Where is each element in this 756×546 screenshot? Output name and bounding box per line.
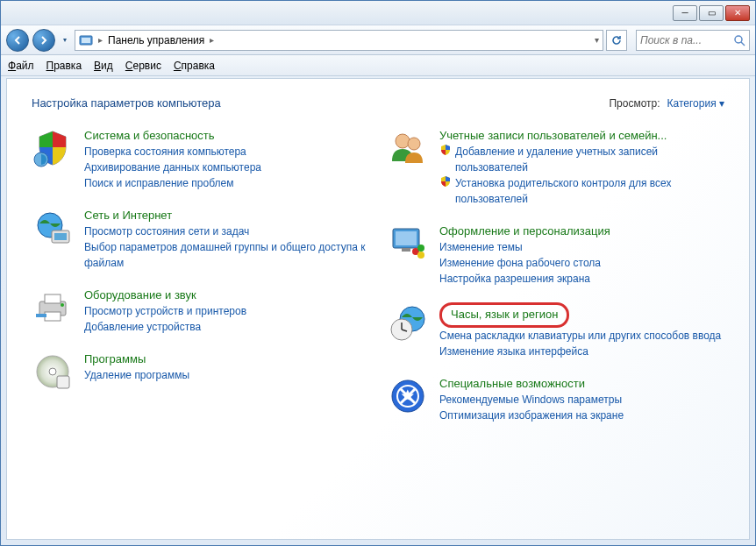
globe-network-icon xyxy=(32,207,74,249)
view-dropdown[interactable]: Категория ▾ xyxy=(667,97,724,110)
printer-icon xyxy=(32,287,74,329)
svg-point-23 xyxy=(417,252,424,259)
svg-rect-12 xyxy=(36,314,46,317)
category-link[interactable]: Смена раскладки клавиатуры или других сп… xyxy=(439,328,724,344)
shield-icon xyxy=(32,127,74,169)
view-label: Просмотр: xyxy=(609,97,660,110)
category-link[interactable]: Архивирование данных компьютера xyxy=(84,160,369,175)
arrow-right-icon xyxy=(39,35,49,46)
breadcrumb-arrow-icon: ▸ xyxy=(210,35,214,45)
category-appearance: Оформление и персонализация Изменение те… xyxy=(387,223,724,287)
category-link[interactable]: Добавление и удаление учетных записей по… xyxy=(439,144,724,175)
address-bar[interactable]: ▸ Панель управления ▸ ▾ xyxy=(75,30,603,51)
view-selector: Просмотр: Категория ▾ xyxy=(609,97,724,110)
menu-file[interactable]: Файл xyxy=(8,60,34,72)
category-link[interactable]: Изменение фона рабочего стола xyxy=(439,255,724,271)
uac-shield-icon xyxy=(439,144,452,156)
svg-rect-1 xyxy=(82,38,90,43)
maximize-button[interactable]: ▭ xyxy=(699,5,724,21)
history-dropdown[interactable]: ▾ xyxy=(59,29,71,52)
category-link[interactable]: Настройка разрешения экрана xyxy=(439,271,724,287)
address-dropdown-icon[interactable]: ▾ xyxy=(595,35,599,45)
category-system-security: Система и безопасность Проверка состояни… xyxy=(32,127,369,191)
svg-rect-15 xyxy=(57,376,69,388)
search-input[interactable] xyxy=(640,34,730,46)
uac-shield-icon xyxy=(439,175,452,188)
menu-view[interactable]: Вид xyxy=(94,60,113,72)
close-button[interactable]: ✕ xyxy=(725,5,750,21)
category-network: Сеть и Интернет Просмотр состояния сети … xyxy=(32,207,369,271)
control-panel-icon xyxy=(79,33,93,47)
category-link[interactable]: Рекомендуемые Windows параметры xyxy=(439,392,724,408)
category-title[interactable]: Программы xyxy=(84,352,146,365)
category-title[interactable]: Часы, язык и регион xyxy=(451,308,558,321)
disc-icon xyxy=(32,351,74,393)
category-link[interactable]: Установка родительского контроля для все… xyxy=(439,175,724,207)
column-right: Учетные записи пользователей и семейн...… xyxy=(387,127,724,423)
menu-edit[interactable]: Правка xyxy=(46,60,82,72)
breadcrumb-arrow-icon: ▸ xyxy=(98,35,103,45)
category-title[interactable]: Сеть и Интернет xyxy=(84,209,172,222)
highlight-annotation: Часы, язык и регион xyxy=(439,302,569,328)
category-title[interactable]: Учетные записи пользователей и семейн... xyxy=(439,129,667,142)
category-hardware: Оборудование и звук Просмотр устройств и… xyxy=(32,287,369,335)
breadcrumb-root[interactable]: Панель управления xyxy=(108,34,204,46)
back-button[interactable] xyxy=(6,29,29,52)
category-link[interactable]: Оптимизация изображения на экране xyxy=(439,408,724,423)
category-ease-of-access: Специальные возможности Рекомендуемые Wi… xyxy=(387,375,724,423)
refresh-button[interactable] xyxy=(606,30,627,51)
category-link[interactable]: Изменение темы xyxy=(439,239,724,255)
svg-rect-10 xyxy=(45,312,61,321)
menubar: Файл Правка Вид Сервис Справка xyxy=(1,55,755,76)
search-icon xyxy=(733,34,745,46)
monitor-palette-icon xyxy=(387,223,429,265)
minimize-button[interactable]: ─ xyxy=(673,5,697,21)
category-link[interactable]: Проверка состояния компьютера xyxy=(84,144,369,160)
menu-tools[interactable]: Сервис xyxy=(125,60,161,72)
category-clock-language-region: Часы, язык и регион Смена раскладки клав… xyxy=(387,302,724,359)
ease-of-access-icon xyxy=(387,375,429,417)
column-left: Система и безопасность Проверка состояни… xyxy=(32,127,369,423)
navbar: ▾ ▸ Панель управления ▸ ▾ xyxy=(1,25,755,55)
svg-point-16 xyxy=(396,134,410,148)
category-title[interactable]: Специальные возможности xyxy=(439,377,585,390)
clock-globe-icon xyxy=(387,302,429,344)
category-link[interactable]: Изменение языка интерфейса xyxy=(439,344,724,359)
svg-point-2 xyxy=(735,36,742,43)
category-link[interactable]: Просмотр состояния сети и задач xyxy=(84,223,369,239)
arrow-left-icon xyxy=(12,35,23,46)
content-pane: Настройка параметров компьютера Просмотр… xyxy=(6,78,750,540)
svg-line-3 xyxy=(741,42,745,46)
titlebar: ─ ▭ ✕ xyxy=(1,1,755,25)
page-title: Настройка параметров компьютера xyxy=(32,96,221,110)
content-header: Настройка параметров компьютера Просмотр… xyxy=(32,96,724,110)
category-title[interactable]: Система и безопасность xyxy=(84,129,215,142)
svg-point-14 xyxy=(49,368,56,375)
svg-rect-7 xyxy=(54,233,67,240)
window: ─ ▭ ✕ ▾ ▸ Панель управления ▸ ▾ xyxy=(0,0,756,546)
users-icon xyxy=(387,127,429,169)
svg-point-17 xyxy=(408,138,420,150)
svg-rect-19 xyxy=(396,231,417,245)
category-user-accounts: Учетные записи пользователей и семейн...… xyxy=(387,127,724,207)
svg-point-11 xyxy=(61,303,64,307)
category-programs: Программы Удаление программы xyxy=(32,351,369,393)
refresh-icon xyxy=(610,34,623,46)
svg-rect-9 xyxy=(45,294,61,303)
svg-rect-20 xyxy=(402,248,410,252)
menu-help[interactable]: Справка xyxy=(174,60,215,72)
svg-point-22 xyxy=(417,245,424,252)
category-link[interactable]: Удаление программы xyxy=(84,367,369,383)
category-title[interactable]: Оформление и персонализация xyxy=(439,224,610,238)
search-box[interactable] xyxy=(636,30,750,51)
category-link[interactable]: Просмотр устройств и принтеров xyxy=(84,303,369,319)
category-link[interactable]: Поиск и исправление проблем xyxy=(84,175,369,191)
category-columns: Система и безопасность Проверка состояни… xyxy=(32,127,724,423)
category-link[interactable]: Добавление устройства xyxy=(84,319,369,335)
category-title[interactable]: Оборудование и звук xyxy=(84,288,196,301)
category-link[interactable]: Выбор параметров домашней группы и общег… xyxy=(84,239,369,271)
forward-button[interactable] xyxy=(32,29,55,52)
